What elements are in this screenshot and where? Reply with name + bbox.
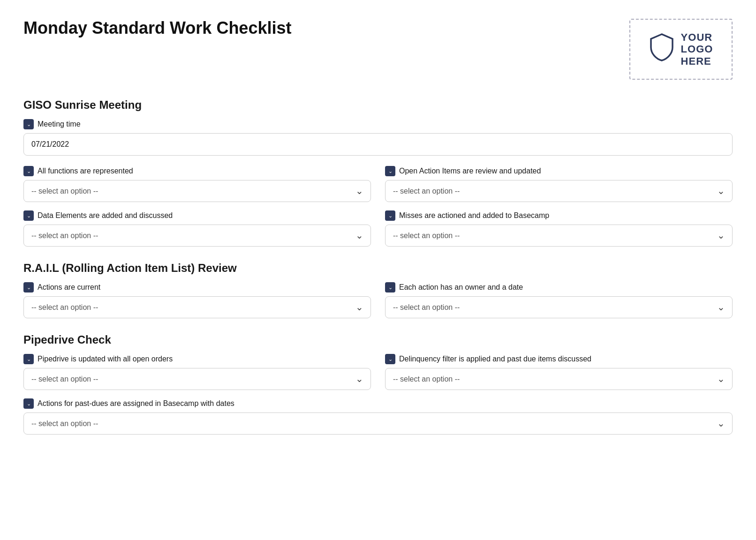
- each-action-owner-select[interactable]: -- select an option -- Yes No N/A: [385, 296, 733, 318]
- each-action-owner-group: ⌄ Each action has an owner and a date --…: [385, 282, 733, 318]
- actions-current-label: Actions are current: [38, 283, 100, 292]
- actions-past-dues-label: Actions for past-dues are assigned in Ba…: [38, 399, 234, 408]
- pipedrive-updated-select[interactable]: -- select an option -- Yes No N/A: [23, 368, 371, 390]
- delinquency-filter-group: ⌄ Delinquency filter is applied and past…: [385, 354, 733, 390]
- actions-current-select-wrapper: -- select an option -- Yes No N/A: [23, 296, 371, 318]
- chevron-down-icon: ⌄: [23, 354, 34, 364]
- misses-actioned-label-row: ⌄ Misses are actioned and added to Basec…: [385, 210, 733, 221]
- chevron-down-icon: ⌄: [23, 398, 34, 409]
- open-action-items-select-wrapper: -- select an option -- Yes No N/A: [385, 180, 733, 202]
- actions-current-select[interactable]: -- select an option -- Yes No N/A: [23, 296, 371, 318]
- delinquency-filter-label: Delinquency filter is applied and past d…: [399, 355, 591, 363]
- giso-row-1: ⌄ All functions are represented -- selec…: [23, 166, 733, 202]
- section-giso-title: GISO Sunrise Meeting: [23, 98, 733, 112]
- logo-placeholder: YOUR LOGO HERE: [629, 19, 733, 80]
- all-functions-select-wrapper: -- select an option -- Yes No N/A: [23, 180, 371, 202]
- actions-current-label-row: ⌄ Actions are current: [23, 282, 371, 292]
- shield-icon: [649, 33, 674, 65]
- pipedrive-updated-label: Pipedrive is updated with all open order…: [38, 355, 173, 363]
- pipedrive-row-1: ⌄ Pipedrive is updated with all open ord…: [23, 354, 733, 390]
- page-header: Monday Standard Work Checklist YOUR LOGO…: [23, 19, 733, 80]
- pipedrive-updated-select-wrapper: -- select an option -- Yes No N/A: [23, 368, 371, 390]
- all-functions-label-row: ⌄ All functions are represented: [23, 166, 371, 176]
- open-action-items-group: ⌄ Open Action Items are review and updat…: [385, 166, 733, 202]
- chevron-down-icon: ⌄: [385, 166, 395, 176]
- data-elements-select-wrapper: -- select an option -- Yes No N/A: [23, 225, 371, 247]
- chevron-down-icon: ⌄: [23, 119, 34, 129]
- section-rail: R.A.I.L (Rolling Action Item List) Revie…: [23, 262, 733, 318]
- each-action-owner-label: Each action has an owner and a date: [399, 283, 523, 292]
- section-pipedrive: Pipedrive Check ⌄ Pipedrive is updated w…: [23, 333, 733, 435]
- actions-past-dues-group: ⌄ Actions for past-dues are assigned in …: [23, 398, 733, 435]
- actions-past-dues-label-row: ⌄ Actions for past-dues are assigned in …: [23, 398, 733, 409]
- all-functions-group: ⌄ All functions are represented -- selec…: [23, 166, 371, 202]
- pipedrive-updated-group: ⌄ Pipedrive is updated with all open ord…: [23, 354, 371, 390]
- pipedrive-row-2: ⌄ Actions for past-dues are assigned in …: [23, 398, 733, 435]
- each-action-owner-label-row: ⌄ Each action has an owner and a date: [385, 282, 733, 292]
- section-rail-title: R.A.I.L (Rolling Action Item List) Revie…: [23, 262, 733, 275]
- data-elements-select[interactable]: -- select an option -- Yes No N/A: [23, 225, 371, 247]
- chevron-down-icon: ⌄: [385, 354, 395, 364]
- open-action-items-label-row: ⌄ Open Action Items are review and updat…: [385, 166, 733, 176]
- section-pipedrive-title: Pipedrive Check: [23, 333, 733, 346]
- data-elements-label-row: ⌄ Data Elements are added and discussed: [23, 210, 371, 221]
- data-elements-label: Data Elements are added and discussed: [38, 211, 173, 220]
- chevron-down-icon: ⌄: [23, 166, 34, 176]
- all-functions-select[interactable]: -- select an option -- Yes No N/A: [23, 180, 371, 202]
- misses-actioned-select-wrapper: -- select an option -- Yes No N/A: [385, 225, 733, 247]
- misses-actioned-label: Misses are actioned and added to Basecam…: [399, 211, 549, 220]
- logo-text: YOUR LOGO HERE: [681, 31, 713, 67]
- misses-actioned-group: ⌄ Misses are actioned and added to Basec…: [385, 210, 733, 247]
- meeting-time-input[interactable]: [23, 133, 733, 156]
- all-functions-label: All functions are represented: [38, 167, 133, 175]
- meeting-time-label-row: ⌄ Meeting time: [23, 119, 733, 129]
- page-title: Monday Standard Work Checklist: [23, 19, 291, 38]
- delinquency-filter-select-wrapper: -- select an option -- Yes No N/A: [385, 368, 733, 390]
- actions-past-dues-select-wrapper: -- select an option -- Yes No N/A: [23, 412, 733, 435]
- data-elements-group: ⌄ Data Elements are added and discussed …: [23, 210, 371, 247]
- open-action-items-select[interactable]: -- select an option -- Yes No N/A: [385, 180, 733, 202]
- misses-actioned-select[interactable]: -- select an option -- Yes No N/A: [385, 225, 733, 247]
- delinquency-filter-select[interactable]: -- select an option -- Yes No N/A: [385, 368, 733, 390]
- each-action-owner-select-wrapper: -- select an option -- Yes No N/A: [385, 296, 733, 318]
- chevron-down-icon: ⌄: [385, 282, 395, 292]
- pipedrive-updated-label-row: ⌄ Pipedrive is updated with all open ord…: [23, 354, 371, 364]
- delinquency-filter-label-row: ⌄ Delinquency filter is applied and past…: [385, 354, 733, 364]
- chevron-down-icon: ⌄: [23, 282, 34, 292]
- open-action-items-label: Open Action Items are review and updated: [399, 167, 541, 175]
- section-giso: GISO Sunrise Meeting ⌄ Meeting time ⌄ Al…: [23, 98, 733, 247]
- actions-past-dues-select[interactable]: -- select an option -- Yes No N/A: [23, 412, 733, 435]
- meeting-time-label: Meeting time: [38, 120, 81, 128]
- rail-row-1: ⌄ Actions are current -- select an optio…: [23, 282, 733, 318]
- actions-current-group: ⌄ Actions are current -- select an optio…: [23, 282, 371, 318]
- chevron-down-icon: ⌄: [23, 210, 34, 221]
- chevron-down-icon: ⌄: [385, 210, 395, 221]
- giso-row-2: ⌄ Data Elements are added and discussed …: [23, 210, 733, 247]
